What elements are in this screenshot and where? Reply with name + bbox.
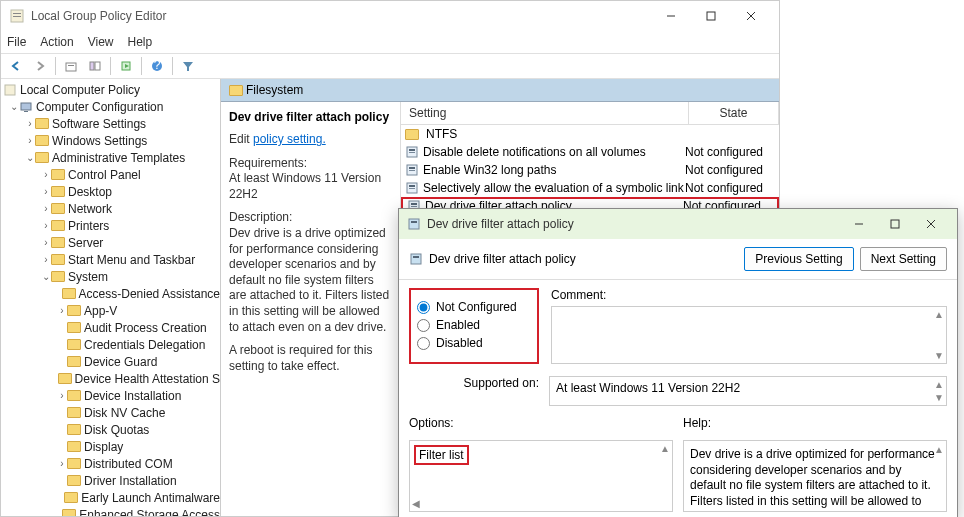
svg-rect-24 [409, 185, 415, 187]
tree-pane[interactable]: Local Computer Policy ⌄ Computer Configu… [1, 79, 221, 516]
tree-item[interactable]: ›Start Menu and Taskbar [1, 251, 220, 268]
chevron-right-icon[interactable]: › [41, 220, 51, 231]
tree-item[interactable]: ›Windows Settings [1, 132, 220, 149]
tree-item[interactable]: Disk NV Cache [1, 404, 220, 421]
menu-help[interactable]: Help [128, 35, 153, 49]
app-icon [9, 8, 25, 24]
options-box[interactable]: Filter list ▲ ◀ [409, 440, 673, 512]
tree-item[interactable]: ›App-V [1, 302, 220, 319]
scroll-down-icon[interactable]: ▼ [934, 392, 944, 403]
scroll-down-icon[interactable]: ▼ [934, 350, 944, 361]
column-setting[interactable]: Setting [401, 102, 689, 124]
folder-icon [67, 305, 81, 316]
radio-not-configured[interactable]: Not Configured [417, 300, 529, 314]
chevron-right-icon[interactable]: › [57, 305, 67, 316]
tree-item[interactable]: ›Printers [1, 217, 220, 234]
column-state[interactable]: State [689, 102, 779, 124]
tree-item[interactable]: Audit Process Creation [1, 319, 220, 336]
minimize-button[interactable] [651, 2, 691, 30]
help-button[interactable]: ? [146, 55, 168, 77]
tree-item[interactable]: ›Distributed COM [1, 455, 220, 472]
scroll-left-icon[interactable]: ◀ [412, 498, 420, 509]
chevron-right-icon[interactable]: › [25, 135, 35, 146]
scroll-up-icon[interactable]: ▲ [934, 309, 944, 320]
svg-rect-33 [411, 221, 417, 223]
chevron-right-icon[interactable]: › [57, 458, 67, 469]
menu-file[interactable]: File [7, 35, 26, 49]
svg-rect-21 [409, 167, 415, 169]
edit-policy-link[interactable]: policy setting. [253, 132, 326, 146]
svg-rect-2 [13, 16, 21, 17]
tree-item[interactable]: Credentials Delegation [1, 336, 220, 353]
chevron-right-icon[interactable]: › [41, 186, 51, 197]
list-row[interactable]: Selectively allow the evaluation of a sy… [401, 179, 779, 197]
chevron-right-icon[interactable]: › [41, 254, 51, 265]
tree-root[interactable]: Local Computer Policy [1, 81, 220, 98]
radio-enabled[interactable]: Enabled [417, 318, 529, 332]
dialog-minimize-button[interactable] [841, 210, 877, 238]
radio-disabled[interactable]: Disabled [417, 336, 529, 350]
list-row[interactable]: NTFS [401, 125, 779, 143]
list-row[interactable]: Enable Win32 long pathsNot configured [401, 161, 779, 179]
back-button[interactable] [5, 55, 27, 77]
chevron-right-icon[interactable]: › [41, 237, 51, 248]
tree-item[interactable]: Device Health Attestation S [1, 370, 220, 387]
chevron-right-icon[interactable]: › [41, 203, 51, 214]
dialog-titlebar[interactable]: Dev drive filter attach policy [399, 209, 957, 239]
tree-computer-config[interactable]: ⌄ Computer Configuration [1, 98, 220, 115]
options-label: Options: [409, 416, 673, 430]
export-button[interactable] [115, 55, 137, 77]
tree-item[interactable]: ⌄Administrative Templates [1, 149, 220, 166]
setting-icon [405, 163, 419, 177]
help-text: Dev drive is a drive optimized for perfo… [683, 440, 947, 512]
next-setting-button[interactable]: Next Setting [860, 247, 947, 271]
svg-rect-39 [413, 256, 419, 258]
chevron-down-icon[interactable]: ⌄ [9, 101, 19, 112]
dialog-maximize-button[interactable] [877, 210, 913, 238]
forward-button[interactable] [29, 55, 51, 77]
tree-item[interactable]: ›Control Panel [1, 166, 220, 183]
list-row[interactable]: Disable delete notifications on all volu… [401, 143, 779, 161]
scroll-up-icon[interactable]: ▲ [934, 443, 944, 456]
tree-item[interactable]: ›Server [1, 234, 220, 251]
filter-button[interactable] [177, 55, 199, 77]
dialog-title: Dev drive filter attach policy [427, 217, 841, 231]
tree-item[interactable]: Early Launch Antimalware [1, 489, 220, 506]
dialog-close-button[interactable] [913, 210, 949, 238]
chevron-right-icon[interactable]: › [41, 169, 51, 180]
scroll-up-icon[interactable]: ▲ [934, 379, 944, 390]
folder-icon [51, 237, 65, 248]
tree-item[interactable]: Access-Denied Assistance [1, 285, 220, 302]
tree-item[interactable]: ›Device Installation [1, 387, 220, 404]
svg-rect-1 [13, 13, 21, 14]
previous-setting-button[interactable]: Previous Setting [744, 247, 853, 271]
folder-icon [64, 492, 78, 503]
chevron-right-icon[interactable]: › [25, 118, 35, 129]
chevron-down-icon[interactable]: ⌄ [25, 152, 35, 163]
close-button[interactable] [731, 2, 771, 30]
tree-item[interactable]: ›Desktop [1, 183, 220, 200]
tree-item[interactable]: Driver Installation [1, 472, 220, 489]
folder-icon [51, 203, 65, 214]
folder-icon [51, 271, 65, 282]
tree-item[interactable]: Enhanced Storage Access [1, 506, 220, 516]
maximize-button[interactable] [691, 2, 731, 30]
tree-item[interactable]: ›Network [1, 200, 220, 217]
tree-item[interactable]: Display [1, 438, 220, 455]
menu-view[interactable]: View [88, 35, 114, 49]
scroll-up-icon[interactable]: ▲ [660, 443, 670, 454]
show-hide-button[interactable] [84, 55, 106, 77]
up-button[interactable] [60, 55, 82, 77]
tree-item[interactable]: ›Software Settings [1, 115, 220, 132]
tree-item[interactable]: ⌄System [1, 268, 220, 285]
tree-item[interactable]: Device Guard [1, 353, 220, 370]
svg-rect-16 [24, 111, 28, 112]
folder-icon [67, 458, 81, 469]
chevron-down-icon[interactable]: ⌄ [41, 271, 51, 282]
menu-action[interactable]: Action [40, 35, 73, 49]
chevron-right-icon[interactable]: › [57, 390, 67, 401]
tree-item[interactable]: Disk Quotas [1, 421, 220, 438]
filter-list-label: Filter list [414, 445, 469, 465]
policy-icon [3, 83, 17, 97]
comment-textarea[interactable]: ▲ ▼ [551, 306, 947, 364]
